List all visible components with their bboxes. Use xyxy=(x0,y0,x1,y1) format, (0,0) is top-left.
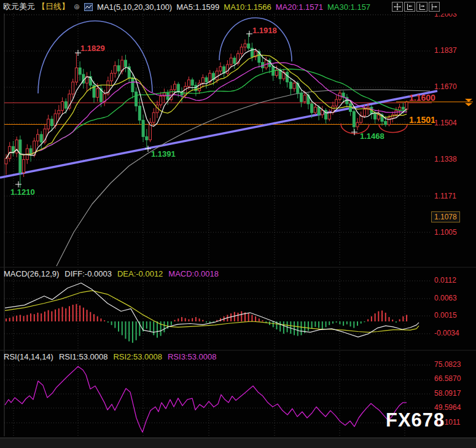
macd-pane[interactable] xyxy=(0,267,476,349)
chart-toolbar xyxy=(392,2,440,12)
compress-axis-icon[interactable] xyxy=(404,2,415,12)
symbol-title: 欧元美元 xyxy=(3,1,35,12)
expand-axis-icon[interactable] xyxy=(416,2,427,12)
macd-value: MACD:0.0018 xyxy=(168,269,219,278)
rsi-params: RSI(14,14,14) xyxy=(4,352,53,361)
watermark: FX678 xyxy=(386,409,445,431)
add-indicator-icon[interactable]: ⊕ xyxy=(74,2,80,11)
macd-header: MACD(26,12,9) DIFF:-0.0003 DEA:-0.0012 M… xyxy=(4,269,219,278)
trading-chart-window: 欧元美元 【日线】 ⊕ MA1(5,10,20,30,100) MA5:1.15… xyxy=(0,0,476,448)
shift-right-icon[interactable] xyxy=(429,2,440,12)
x-axis-bar xyxy=(0,438,476,448)
ma10-value: MA10:1.1566 xyxy=(224,2,271,12)
rsi2-value: RSI2:53.0008 xyxy=(113,352,162,361)
ma-settings-label: MA1(5,10,20,30,100) xyxy=(97,2,172,12)
macd-dea-value: DEA:-0.0012 xyxy=(117,269,163,278)
period-label: 【日线】 xyxy=(37,1,69,12)
move-tool-icon[interactable] xyxy=(392,2,403,12)
ma5-value: MA5:1.1599 xyxy=(176,2,219,12)
ma30-value: MA30:1.157 xyxy=(327,2,370,12)
rsi3-value: RSI3:53.0008 xyxy=(168,352,217,361)
rsi1-value: RSI1:53.0008 xyxy=(59,352,108,361)
chart-type-icon[interactable] xyxy=(84,3,93,11)
ma20-value: MA20:1.1571 xyxy=(276,2,323,12)
main-chart-pane[interactable] xyxy=(0,14,476,266)
macd-diff-value: DIFF:-0.0003 xyxy=(64,269,112,278)
macd-params: MACD(26,12,9) xyxy=(4,269,59,278)
rsi-header: RSI(14,14,14) RSI1:53.0008 RSI2:53.0008 … xyxy=(4,352,216,361)
